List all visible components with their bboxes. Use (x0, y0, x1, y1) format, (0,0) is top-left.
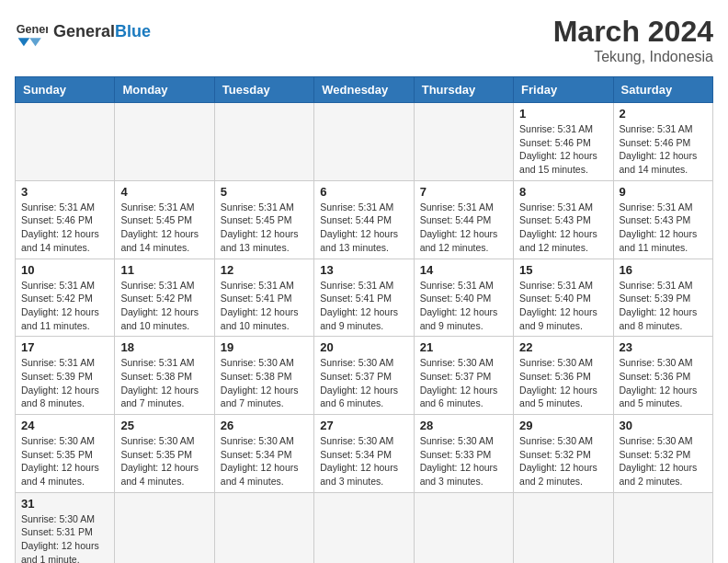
day-number: 5 (221, 185, 308, 199)
calendar-week-5: 24Sunrise: 5:30 AMSunset: 5:35 PMDayligh… (16, 415, 713, 493)
day-info: Sunrise: 5:31 AMSunset: 5:43 PMDaylight:… (620, 201, 707, 255)
day-number: 27 (320, 419, 407, 432)
col-wednesday: Wednesday (314, 77, 414, 103)
day-number: 18 (120, 340, 208, 354)
day-number: 25 (120, 419, 208, 432)
day-info: Sunrise: 5:31 AMSunset: 5:45 PMDaylight:… (221, 201, 308, 255)
day-number: 6 (320, 185, 407, 199)
day-info: Sunrise: 5:31 AMSunset: 5:40 PMDaylight:… (519, 279, 607, 333)
calendar-cell: 7Sunrise: 5:31 AMSunset: 5:44 PMDaylight… (414, 180, 513, 259)
day-info: Sunrise: 5:31 AMSunset: 5:40 PMDaylight:… (420, 279, 507, 333)
day-info: Sunrise: 5:30 AMSunset: 5:34 PMDaylight:… (221, 434, 308, 488)
day-info: Sunrise: 5:30 AMSunset: 5:37 PMDaylight:… (320, 356, 407, 410)
day-info: Sunrise: 5:31 AMSunset: 5:45 PMDaylight:… (120, 201, 208, 255)
calendar-week-6: 31Sunrise: 5:30 AMSunset: 5:31 PMDayligh… (16, 492, 713, 563)
calendar-cell: 1Sunrise: 5:31 AMSunset: 5:46 PMDaylight… (514, 103, 613, 181)
col-tuesday: Tuesday (214, 77, 313, 103)
day-number: 15 (519, 263, 607, 277)
day-number: 12 (221, 263, 308, 277)
day-number: 4 (120, 185, 208, 199)
day-number: 16 (620, 263, 707, 277)
day-number: 28 (420, 419, 507, 432)
day-info: Sunrise: 5:31 AMSunset: 5:46 PMDaylight:… (620, 122, 707, 177)
day-info: Sunrise: 5:30 AMSunset: 5:36 PMDaylight:… (519, 356, 607, 410)
calendar-title: March 2024 (553, 15, 713, 49)
day-info: Sunrise: 5:30 AMSunset: 5:33 PMDaylight:… (420, 434, 507, 488)
calendar-week-4: 17Sunrise: 5:31 AMSunset: 5:39 PMDayligh… (16, 337, 713, 415)
calendar-cell: 3Sunrise: 5:31 AMSunset: 5:46 PMDaylight… (16, 180, 115, 259)
day-info: Sunrise: 5:31 AMSunset: 5:43 PMDaylight:… (519, 201, 607, 255)
day-number: 13 (320, 263, 407, 277)
day-info: Sunrise: 5:30 AMSunset: 5:36 PMDaylight:… (620, 356, 707, 410)
day-number: 30 (620, 419, 707, 432)
day-number: 3 (21, 185, 108, 199)
col-thursday: Thursday (414, 77, 513, 103)
day-number: 26 (221, 419, 308, 432)
calendar-subtitle: Tekung, Indonesia (553, 49, 713, 65)
day-info: Sunrise: 5:31 AMSunset: 5:46 PMDaylight:… (519, 122, 607, 177)
calendar-cell: 25Sunrise: 5:30 AMSunset: 5:35 PMDayligh… (115, 415, 214, 493)
day-info: Sunrise: 5:31 AMSunset: 5:41 PMDaylight:… (221, 279, 308, 333)
day-number: 19 (221, 340, 308, 354)
calendar-cell: 26Sunrise: 5:30 AMSunset: 5:34 PMDayligh… (214, 415, 313, 493)
calendar-cell: 14Sunrise: 5:31 AMSunset: 5:40 PMDayligh… (414, 259, 513, 337)
day-info: Sunrise: 5:31 AMSunset: 5:46 PMDaylight:… (21, 201, 108, 255)
day-info: Sunrise: 5:31 AMSunset: 5:38 PMDaylight:… (120, 356, 208, 410)
calendar-cell: 9Sunrise: 5:31 AMSunset: 5:43 PMDaylight… (613, 180, 712, 259)
day-number: 1 (519, 107, 607, 121)
calendar-cell: 2Sunrise: 5:31 AMSunset: 5:46 PMDaylight… (613, 103, 712, 181)
calendar-cell: 4Sunrise: 5:31 AMSunset: 5:45 PMDaylight… (115, 180, 214, 259)
col-saturday: Saturday (613, 77, 712, 103)
day-info: Sunrise: 5:31 AMSunset: 5:41 PMDaylight:… (320, 279, 407, 333)
page-container: General GeneralBlue March 2024 Tekung, I… (15, 15, 713, 563)
title-area: March 2024 Tekung, Indonesia (553, 15, 713, 65)
calendar-cell: 8Sunrise: 5:31 AMSunset: 5:43 PMDaylight… (514, 180, 613, 259)
logo: General GeneralBlue (15, 15, 151, 48)
col-monday: Monday (115, 77, 214, 103)
calendar-cell: 18Sunrise: 5:31 AMSunset: 5:38 PMDayligh… (115, 337, 214, 415)
day-info: Sunrise: 5:31 AMSunset: 5:42 PMDaylight:… (21, 279, 108, 333)
day-info: Sunrise: 5:30 AMSunset: 5:31 PMDaylight:… (21, 512, 108, 563)
calendar-cell: 27Sunrise: 5:30 AMSunset: 5:34 PMDayligh… (314, 415, 414, 493)
day-number: 9 (620, 185, 707, 199)
day-number: 17 (21, 340, 108, 354)
svg-marker-1 (18, 38, 30, 46)
day-number: 2 (620, 107, 707, 121)
day-info: Sunrise: 5:30 AMSunset: 5:35 PMDaylight:… (120, 434, 208, 488)
logo-text: GeneralBlue (53, 22, 151, 41)
calendar-cell: 24Sunrise: 5:30 AMSunset: 5:35 PMDayligh… (16, 415, 115, 493)
day-number: 31 (21, 497, 108, 511)
day-number: 23 (620, 340, 707, 354)
day-number: 8 (519, 185, 607, 199)
day-number: 21 (420, 340, 507, 354)
day-info: Sunrise: 5:30 AMSunset: 5:32 PMDaylight:… (620, 434, 707, 488)
day-info: Sunrise: 5:30 AMSunset: 5:34 PMDaylight:… (320, 434, 407, 488)
col-sunday: Sunday (16, 77, 115, 103)
calendar-cell (414, 103, 513, 181)
calendar-cell: 12Sunrise: 5:31 AMSunset: 5:41 PMDayligh… (214, 259, 313, 337)
calendar-cell: 28Sunrise: 5:30 AMSunset: 5:33 PMDayligh… (414, 415, 513, 493)
day-number: 10 (21, 263, 108, 277)
calendar-cell: 21Sunrise: 5:30 AMSunset: 5:37 PMDayligh… (414, 337, 513, 415)
calendar-cell: 10Sunrise: 5:31 AMSunset: 5:42 PMDayligh… (16, 259, 115, 337)
calendar-cell: 29Sunrise: 5:30 AMSunset: 5:32 PMDayligh… (514, 415, 613, 493)
calendar-week-2: 3Sunrise: 5:31 AMSunset: 5:46 PMDaylight… (16, 180, 713, 259)
calendar-cell (514, 492, 613, 563)
calendar-cell: 5Sunrise: 5:31 AMSunset: 5:45 PMDaylight… (214, 180, 313, 259)
col-friday: Friday (514, 77, 613, 103)
day-number: 20 (320, 340, 407, 354)
day-info: Sunrise: 5:31 AMSunset: 5:39 PMDaylight:… (620, 279, 707, 333)
calendar-cell (115, 492, 214, 563)
calendar-cell: 30Sunrise: 5:30 AMSunset: 5:32 PMDayligh… (613, 415, 712, 493)
day-info: Sunrise: 5:31 AMSunset: 5:44 PMDaylight:… (320, 201, 407, 255)
day-number: 22 (519, 340, 607, 354)
calendar-cell: 13Sunrise: 5:31 AMSunset: 5:41 PMDayligh… (314, 259, 414, 337)
day-number: 24 (21, 419, 108, 432)
day-number: 7 (420, 185, 507, 199)
calendar-cell: 23Sunrise: 5:30 AMSunset: 5:36 PMDayligh… (613, 337, 712, 415)
calendar-table: Sunday Monday Tuesday Wednesday Thursday… (15, 76, 713, 563)
calendar-cell (214, 492, 313, 563)
calendar-cell: 16Sunrise: 5:31 AMSunset: 5:39 PMDayligh… (613, 259, 712, 337)
svg-marker-2 (29, 38, 41, 46)
calendar-cell: 19Sunrise: 5:30 AMSunset: 5:38 PMDayligh… (214, 337, 313, 415)
